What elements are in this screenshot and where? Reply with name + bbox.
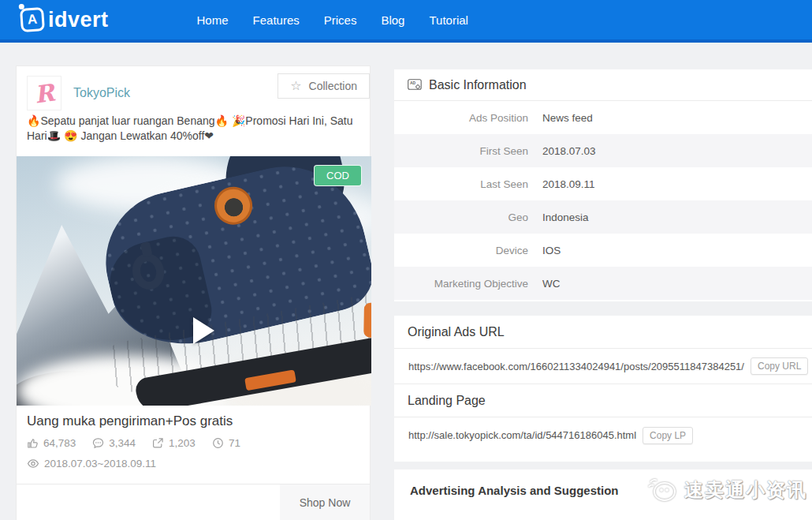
ad-date-range: 2018.07.03~2018.09.11 (44, 458, 156, 469)
comment-icon (92, 437, 104, 449)
info-label: Ads Position (394, 112, 528, 124)
info-value: IOS (542, 245, 561, 256)
landing-page-header: Landing Page (394, 384, 812, 417)
analysis-section-title: Advertising Analysis and Suggestion (410, 484, 619, 497)
ad-card-icon: AD (408, 79, 423, 91)
info-value: 2018.09.11 (542, 178, 595, 190)
basic-information-section: AD Basic Information Ads Position News f… (394, 69, 812, 301)
top-nav: A idvert Home Features Prices Blog Tutor… (0, 0, 812, 43)
stat-shares: 1,203 (152, 437, 196, 449)
info-label: Marketing Objective (394, 278, 528, 290)
share-icon (152, 437, 164, 449)
brand-logo-letter: A (27, 12, 38, 28)
brand-logo-icon: A (20, 7, 45, 32)
nav-item-tutorial[interactable]: Tutorial (429, 13, 467, 27)
collection-button[interactable]: ☆ Collection (277, 73, 370, 99)
info-value: WC (542, 278, 561, 290)
nav-menu: Home Features Prices Blog Tutorial (197, 13, 468, 27)
ad-video-thumbnail[interactable]: COD (17, 156, 371, 406)
avatar-letter: R (32, 78, 56, 108)
urls-section: Original Ads URL https://www.facebook.co… (394, 316, 812, 462)
shoe-orange-accent (363, 303, 371, 339)
star-icon: ☆ (290, 80, 301, 92)
cta-bar: Shop Now (17, 484, 370, 520)
collection-button-label: Collection (309, 80, 357, 92)
shoe-illustration (43, 156, 371, 406)
info-value: News feed (542, 112, 593, 124)
nav-item-features[interactable]: Features (253, 13, 300, 27)
brand-name: idvert (48, 8, 109, 32)
shop-now-button[interactable]: Shop Now (280, 484, 370, 520)
watermark: 速卖通小资讯 (645, 474, 807, 506)
brand-logo[interactable]: A idvert (20, 8, 109, 32)
ad-headline: Uang muka pengiriman+Pos gratis (27, 413, 233, 429)
info-value: Indonesia (542, 211, 589, 223)
info-row-last-seen: Last Seen 2018.09.11 (394, 167, 812, 200)
advertiser-name[interactable]: TokyoPick (73, 86, 130, 100)
basic-information-header: AD Basic Information (394, 69, 812, 101)
info-label: Device (394, 245, 528, 256)
original-ads-url-row: https://www.facebook.com/166021133402494… (394, 349, 812, 384)
stat-likes-value: 64,783 (43, 437, 76, 449)
info-row-device: Device IOS (394, 234, 812, 267)
info-value: 2018.07.03 (542, 145, 596, 157)
cod-badge: COD (314, 165, 362, 186)
stat-likes: 64,783 (27, 437, 76, 449)
landing-page-row: http://sale.tokyopick.com/ta/id/54471618… (394, 417, 812, 453)
basic-information-title: Basic Information (429, 78, 527, 92)
analysis-section: Advertising Analysis and Suggestion 速卖通小… (394, 469, 812, 520)
stat-comments: 3,344 (92, 437, 136, 449)
ad-copy-text: 🔥Sepatu panjat luar ruangan Benang🔥 🎉Pro… (27, 114, 364, 144)
ad-stats-row: 64,783 3,344 1,203 (27, 437, 240, 449)
stat-comments-value: 3,344 (109, 437, 136, 449)
watermark-logo-icon (645, 474, 680, 506)
aidvert-ad-detail-page: A idvert Home Features Prices Blog Tutor… (0, 0, 812, 520)
nav-item-blog[interactable]: Blog (381, 13, 404, 27)
landing-page-link[interactable]: http://sale.tokyopick.com/ta/id/54471618… (408, 429, 636, 441)
play-icon[interactable] (193, 317, 214, 344)
copy-lp-button[interactable]: Copy LP (643, 427, 693, 444)
info-label: Geo (394, 211, 528, 223)
info-row-geo: Geo Indonesia (394, 200, 812, 234)
like-icon (27, 437, 39, 449)
nav-item-home[interactable]: Home (197, 13, 229, 27)
original-ads-url-header: Original Ads URL (394, 316, 812, 349)
original-ads-url-link[interactable]: https://www.facebook.com/166021133402494… (408, 361, 744, 372)
nav-item-prices[interactable]: Prices (324, 13, 357, 27)
copy-url-button[interactable]: Copy URL (751, 357, 808, 375)
ad-card-header: R TokyoPick ☆ Collection (17, 66, 370, 120)
info-row-marketing-objective: Marketing Objective WC (394, 267, 812, 300)
stat-shares-value: 1,203 (169, 437, 196, 449)
watermark-text: 速卖通小资讯 (684, 477, 807, 503)
stat-duration: 71 (212, 437, 240, 449)
ad-card-icon-label: AD (410, 80, 416, 85)
info-row-ads-position: Ads Position News feed (394, 101, 812, 134)
info-row-first-seen: First Seen 2018.07.03 (394, 134, 812, 167)
advertiser-avatar[interactable]: R (27, 76, 61, 110)
eye-icon (27, 458, 39, 469)
clock-icon (212, 437, 224, 449)
ad-preview-card: R TokyoPick ☆ Collection 🔥Sepatu panjat … (16, 65, 371, 520)
ad-date-range-row: 2018.07.03~2018.09.11 (27, 458, 156, 469)
info-label: Last Seen (394, 178, 528, 190)
info-label: First Seen (394, 145, 528, 157)
stat-duration-value: 71 (229, 437, 240, 449)
